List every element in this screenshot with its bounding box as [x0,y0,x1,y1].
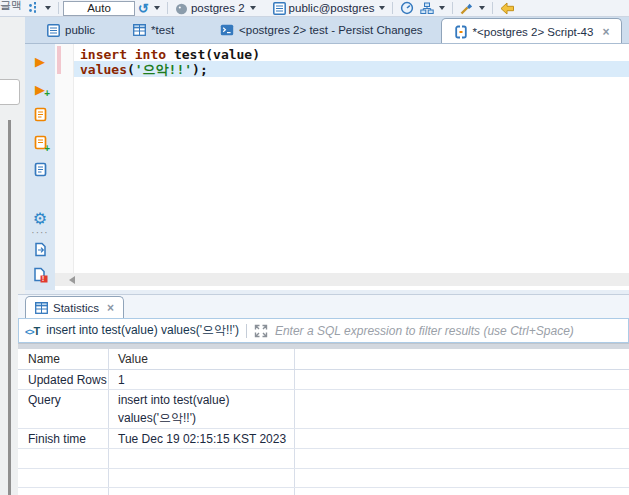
toolbar-separator [167,2,168,14]
gear-icon: ⚙ [33,211,47,227]
sql-script-icon [454,25,468,39]
back-navigation-button[interactable] [500,1,515,15]
table-row[interactable]: Updated Rows 1 [18,370,629,390]
transaction-log-button[interactable]: ↺ [138,1,160,16]
console-icon [220,24,234,36]
editor-toolbar-rail: ▶ ▶ + + ⚙ [25,44,55,290]
sql-keyword: insert into [80,47,166,62]
statistics-table: Name Value Updated Rows 1 Query insert i… [18,349,629,495]
filter-separator [246,324,247,338]
execute-script-button[interactable] [31,107,49,125]
toolbar-separator [58,2,59,14]
tab-persist-changes[interactable]: <postgres 2> test - Persist Changes [208,17,434,43]
chevron-down-icon [439,6,445,10]
table-icon [35,302,48,314]
paintbrush-icon [460,1,474,15]
tab-test[interactable]: *test [121,17,186,43]
table-row[interactable]: Query insert into test(value) values('으악… [18,390,629,429]
toolbar-separator [392,2,393,14]
auto-commit-value: Auto [87,2,111,14]
database-selector[interactable]: public@postgres [273,2,386,15]
tab-label: *test [151,24,174,36]
code-line-2: values('으악!!'); [74,62,629,77]
execute-statement-button[interactable]: ▶ [31,52,49,70]
sql-editor: ▶ ▶ + + ⚙ [25,44,629,290]
document-error-icon: ! [32,267,48,287]
table-row-empty[interactable] [18,449,629,469]
execute-new-tab-button[interactable]: ▶ + [31,80,49,98]
svg-text:!: ! [42,275,44,282]
connection-selector[interactable]: postgres 2 [175,2,256,15]
connection-name: postgres 2 [191,2,245,14]
tab-label: Statistics [53,302,99,314]
explain-plan-rail-button[interactable] [31,162,49,180]
chevron-down-icon [45,6,51,10]
cell-value-line: values('으악!!') [118,410,629,427]
explain-plan-button[interactable] [420,2,445,15]
dots-icon: ···· [31,228,48,238]
tab-label: *<postgres 2> Script-43 [473,26,594,38]
gold-back-arrow-icon [500,1,515,15]
table-row-empty[interactable] [18,469,629,488]
cell-value: 1 [108,370,629,389]
rail-drag-handle[interactable]: ···· [31,228,49,238]
code-area[interactable]: insert into test(value) values('으악!!'); [74,44,629,276]
chevron-down-icon [154,6,160,10]
toolbar-separator [492,2,493,14]
cell-name: Query [18,390,108,428]
chevron-down-icon [479,6,485,10]
chevron-down-icon [250,6,256,10]
execution-plan-icon [420,2,434,15]
results-filter-bar: <> T insert into test(value) values('으악!… [18,318,629,343]
horizontal-scrollbar[interactable] [55,273,629,286]
editor-settings-button[interactable]: ⚙ [31,210,49,228]
export-result-button[interactable] [31,242,49,260]
table-header-row: Name Value [18,349,629,370]
expand-filter-icon[interactable] [254,324,268,338]
schema-icon [273,2,286,15]
executed-query-text[interactable]: insert into test(value) values('으악!!') [46,322,239,339]
editor-tabbar: public *test <postgres 2> test - Persist… [25,17,629,44]
tab-label: public [65,24,95,36]
sql-text: ); [192,62,208,77]
commit-mode-button[interactable] [27,1,51,15]
sql-string: '으악!!' [135,62,192,77]
collapsed-view-slot[interactable] [0,79,20,105]
play-icon: ▶ [35,55,45,68]
sql-text: ( [127,62,135,77]
tab-function-tr[interactable]: ƒ tr [624,17,629,43]
tab-statistics[interactable]: Statistics × [25,296,124,319]
validate-script-button[interactable]: ! [31,268,49,286]
document-arrow-icon [33,242,48,261]
table-row[interactable]: Finish time Tue Dec 19 02:15:15 KST 2023 [18,429,629,449]
tab-script-43[interactable]: *<postgres 2> Script-43 × [441,18,623,44]
history-icon: ↺ [138,1,149,16]
toolbar-separator [452,2,453,14]
scroll-left-arrow-icon[interactable] [69,276,75,284]
dashboard-button[interactable] [400,1,414,15]
gauge-icon [400,1,414,15]
dbeaver-window: 글맥 Auto ↺ postgres 2 public@pos [0,0,629,495]
close-icon[interactable]: × [107,301,114,315]
script-icon [33,107,48,126]
cell-value-line: insert into test(value) [118,393,629,407]
code-line-1: insert into test(value) [74,47,629,62]
filter-input-placeholder[interactable]: Enter a SQL expression to filter results… [275,324,574,338]
cell-value: insert into test(value) values('으악!!') [108,390,629,428]
angle-brackets-icon: <> [25,327,34,337]
sql-text: test(value) [166,47,260,62]
execute-script-new-tab-button[interactable]: + [31,135,49,153]
annotation-ruler [55,44,74,276]
database-name: public@postgres [289,2,375,14]
commit-mode-icon [27,1,40,15]
header-value[interactable]: Value [108,349,629,369]
changed-lines-marker [57,46,61,74]
tab-public[interactable]: public [35,17,107,43]
format-sql-button[interactable] [460,1,485,15]
header-name[interactable]: Name [18,349,108,369]
auto-commit-combo[interactable]: Auto [63,1,135,16]
results-tabbar: Statistics × [18,294,629,318]
sql-keyword: values [80,62,127,77]
close-icon[interactable]: × [602,25,609,39]
table-row-empty[interactable] [18,488,629,495]
